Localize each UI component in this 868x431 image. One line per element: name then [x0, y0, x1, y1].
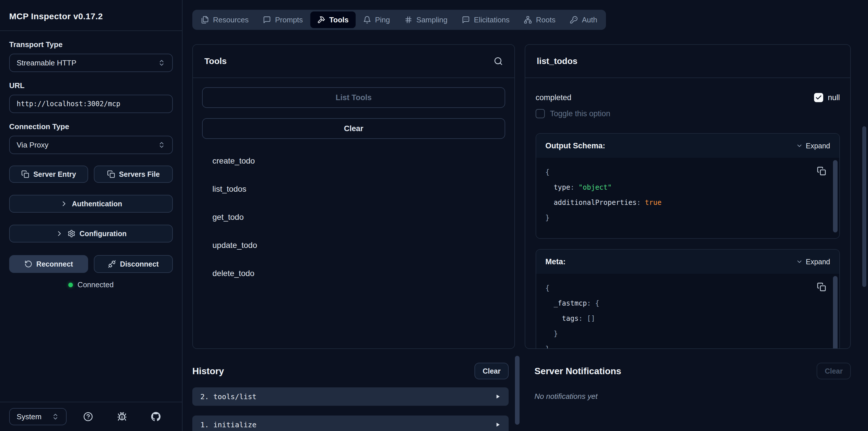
option-checkbox[interactable] [536, 109, 545, 118]
tab-label: Ping [375, 16, 390, 24]
scrollbar-thumb[interactable] [515, 356, 520, 425]
authentication-label: Authentication [72, 200, 122, 208]
tab-elicitations[interactable]: Elicitations [455, 11, 516, 28]
gear-icon [67, 229, 75, 238]
tab-auth[interactable]: Auth [563, 11, 604, 28]
unplug-icon [108, 260, 116, 268]
param-row-completed: completed null [536, 93, 840, 102]
scrollbar-thumb[interactable] [833, 276, 838, 348]
tab-tools[interactable]: Tools [310, 11, 355, 28]
footer-icons [67, 412, 173, 422]
history-header: History Clear [192, 363, 508, 379]
scrollbar-thumb[interactable] [833, 160, 838, 233]
meta-card: Meta: Expand { [536, 249, 840, 348]
tools-panel: Tools List Tools Clear create_todo list_… [192, 44, 515, 349]
main-bottom: History Clear 2. tools/list 1. initializ… [183, 355, 868, 431]
expand-label: Expand [806, 142, 830, 150]
status-text: Connected [78, 280, 114, 289]
server-entry-button[interactable]: Server Entry [9, 165, 88, 183]
transport-type-select[interactable]: Streamable HTTP [9, 54, 173, 72]
connection-type-select[interactable]: Via Proxy [9, 136, 173, 154]
help-button[interactable] [83, 412, 93, 422]
notifications-header: Server Notifications Clear [534, 363, 851, 379]
chevrons-up-down-icon [158, 141, 165, 149]
sidebar-body: Transport Type Streamable HTTP URL Conne… [0, 31, 182, 402]
clear-notifications-button[interactable]: Clear [817, 363, 851, 379]
message-square-icon [462, 16, 470, 24]
tool-item-delete-todo[interactable]: delete_todo [202, 259, 505, 287]
message-square-icon [263, 16, 271, 24]
theme-select[interactable]: System [9, 408, 67, 425]
tab-ping[interactable]: Ping [356, 11, 397, 28]
copy-icon [107, 170, 115, 178]
tab-sampling[interactable]: Sampling [398, 11, 454, 28]
help-circle-icon [83, 412, 93, 422]
main-area: Resources Prompts Tools Ping Sampling [183, 0, 868, 431]
github-button[interactable] [151, 412, 161, 422]
tab-prompts[interactable]: Prompts [256, 11, 310, 28]
tab-label: Resources [213, 16, 249, 24]
output-schema-code: { type: "object" additionalProperties: t… [536, 158, 839, 238]
tab-resources[interactable]: Resources [194, 11, 255, 28]
clear-tools-button[interactable]: Clear [202, 118, 505, 139]
key-icon [570, 16, 578, 24]
chevrons-up-down-icon [158, 59, 165, 67]
tool-item-list-todos[interactable]: list_todos [202, 175, 505, 203]
chevron-right-icon [55, 229, 63, 238]
detail-panel-body: completed null Toggle this option [525, 78, 850, 348]
tab-label: Auth [582, 16, 597, 24]
tab-roots[interactable]: Roots [517, 11, 562, 28]
meta-expand-button[interactable]: Expand [796, 258, 830, 266]
connection-type-label: Connection Type [9, 122, 173, 131]
output-schema-header: Output Schema: Expand [536, 134, 839, 158]
mcp-inspector-app: MCP Inspector v0.17.2 Transport Type Str… [0, 0, 868, 431]
expand-entry-icon [495, 422, 501, 428]
connection-type-value: Via Proxy [17, 141, 49, 150]
output-schema-expand-button[interactable]: Expand [796, 142, 830, 150]
tool-item-create-todo[interactable]: create_todo [202, 147, 505, 175]
servers-file-button[interactable]: Servers File [94, 165, 173, 183]
reconnect-label: Reconnect [36, 260, 73, 268]
servers-file-label: Servers File [119, 170, 160, 179]
copy-schema-button[interactable] [814, 163, 829, 179]
clear-history-button[interactable]: Clear [474, 363, 508, 379]
rotate-ccw-icon [24, 260, 32, 268]
chevron-down-icon [796, 142, 803, 149]
server-notifications-panel: Server Notifications Clear No notificati… [524, 355, 868, 431]
transport-type-label: Transport Type [9, 40, 173, 49]
tab-label: Sampling [416, 16, 447, 24]
output-schema-title: Output Schema: [546, 142, 606, 150]
search-button[interactable] [494, 57, 503, 66]
copy-meta-button[interactable] [814, 279, 829, 295]
configuration-button[interactable]: Configuration [9, 225, 173, 243]
disconnect-button[interactable]: Disconnect [94, 255, 173, 273]
connection-status: Connected [9, 280, 173, 289]
history-list: 2. tools/list 1. initialize [192, 388, 508, 431]
panels: Tools List Tools Clear create_todo list_… [192, 44, 851, 349]
authentication-button[interactable]: Authentication [9, 195, 173, 213]
scrollbar-thumb[interactable] [862, 126, 866, 287]
sidebar-header: MCP Inspector v0.17.2 [0, 0, 182, 31]
debug-button[interactable] [117, 412, 127, 422]
toggle-option-label: Toggle this option [550, 109, 610, 118]
null-checkbox[interactable] [814, 93, 823, 102]
url-input[interactable] [9, 95, 173, 113]
chevrons-up-down-icon [52, 413, 59, 420]
toggle-option-row: Toggle this option [536, 109, 840, 118]
transport-type-value: Streamable HTTP [17, 59, 76, 67]
history-row-initialize[interactable]: 1. initialize [192, 415, 508, 431]
tool-detail-panel: list_todos completed null [525, 44, 851, 349]
tool-item-update-todo[interactable]: update_todo [202, 231, 505, 259]
sidebar-footer: System [0, 402, 182, 431]
configuration-label: Configuration [80, 229, 127, 238]
history-title: History [192, 366, 224, 376]
reconnect-button[interactable]: Reconnect [9, 255, 88, 273]
list-tools-button[interactable]: List Tools [202, 87, 505, 108]
tool-item-get-todo[interactable]: get_todo [202, 203, 505, 231]
tools-panel-body: List Tools Clear create_todo list_todos … [193, 78, 515, 297]
copy-icon [817, 282, 826, 291]
search-icon [494, 57, 503, 66]
notifications-empty-text: No notifications yet [534, 392, 851, 401]
chevron-down-icon [796, 258, 803, 265]
history-row-tools-list[interactable]: 2. tools/list [192, 388, 508, 406]
